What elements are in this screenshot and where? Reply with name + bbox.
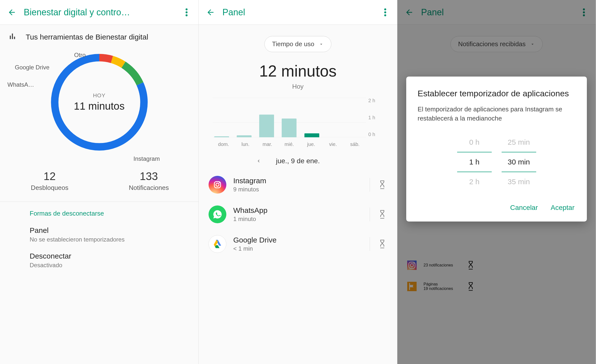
app-name: Google Drive xyxy=(233,236,363,244)
weekly-bar-chart[interactable]: 2 h 1 h 0 h dom.lun.mar.mié.jue.vie.sáb. xyxy=(213,98,383,147)
prev-day-button[interactable] xyxy=(256,158,261,164)
timer-button[interactable] xyxy=(378,180,387,189)
donut-label-instagram: Instagram xyxy=(133,155,160,162)
donut-today-label: HOY xyxy=(74,92,125,99)
y-tick: 0 h xyxy=(368,132,383,137)
app-row[interactable]: Instagram9 minutos xyxy=(199,170,397,200)
app-row[interactable]: Google Drive< 1 min xyxy=(199,229,397,259)
notifs-value: 133 xyxy=(99,170,199,182)
item-disconnect-title: Desconectar xyxy=(30,252,190,260)
hours-picker[interactable]: 0 h 1 h 2 h xyxy=(457,133,492,191)
svg-point-7 xyxy=(384,8,386,10)
timer-dialog: Establecer temporizador de aplicaciones … xyxy=(406,77,587,222)
unlocks-value: 12 xyxy=(0,170,99,182)
item-panel-subtitle: No se establecieron temporizadores xyxy=(30,236,190,243)
donut-label-otro: Otro xyxy=(74,52,86,59)
y-axis: 2 h 1 h 0 h xyxy=(368,98,383,137)
stat-notifications[interactable]: 133 Notificaciones xyxy=(99,170,199,192)
back-button[interactable] xyxy=(206,7,215,17)
divider xyxy=(370,237,370,251)
donut-today-value: 11 minutos xyxy=(74,100,125,112)
svg-point-9 xyxy=(384,14,386,16)
section-header: Tus herramientas de Bienestar digital xyxy=(0,25,198,44)
chevron-left-icon xyxy=(256,158,261,164)
appbar-title: Bienestar digital y contro… xyxy=(24,7,182,18)
more-vert-icon xyxy=(384,8,386,17)
y-tick: 2 h xyxy=(368,98,383,103)
overflow-menu[interactable] xyxy=(182,7,192,17)
app-name: Instagram xyxy=(233,177,363,185)
stats-row: 12 Desbloqueos 133 Notificaciones xyxy=(0,170,198,192)
back-button[interactable] xyxy=(7,7,17,17)
unlocks-label: Desbloqueos xyxy=(0,184,99,192)
bar-label: lun. xyxy=(234,142,256,147)
appbar-title: Panel xyxy=(222,7,380,18)
svg-point-0 xyxy=(186,8,188,10)
bar-label: mié. xyxy=(278,142,300,147)
current-date: jue., 9 de ene. xyxy=(276,157,320,165)
dropdown-icon xyxy=(319,42,324,47)
bar-chart-icon xyxy=(8,32,18,40)
minutes-picker[interactable]: 25 min 30 min 35 min xyxy=(502,133,536,191)
donut-label-whatsapp: WhatsA… xyxy=(7,81,34,88)
timer-button[interactable] xyxy=(378,210,387,219)
bar-dom.[interactable] xyxy=(214,136,229,137)
bar-mié.[interactable] xyxy=(282,119,297,137)
drive-icon xyxy=(209,235,226,253)
screen-panel: Panel Tiempo de uso 12 minutos Hoy 2 h 1… xyxy=(199,0,397,364)
metric-selector-chip[interactable]: Tiempo de uso xyxy=(264,36,331,52)
notifs-label: Notificaciones xyxy=(99,184,199,192)
bar-mar.[interactable] xyxy=(259,115,274,137)
page-heading: Tus herramientas de Bienestar digital xyxy=(26,32,148,42)
divider xyxy=(370,178,370,192)
picker-option-selected[interactable]: 1 h xyxy=(457,152,492,172)
app-detail: < 1 min xyxy=(233,245,363,252)
dialog-body: El temporizador de aplicaciones para Ins… xyxy=(418,105,575,123)
bar-label: jue. xyxy=(300,142,322,147)
bar-label: vie. xyxy=(322,142,344,147)
picker-option[interactable]: 35 min xyxy=(502,172,536,191)
svg-point-11 xyxy=(216,183,219,186)
donut-center: HOY 11 minutos xyxy=(74,92,125,112)
hourglass-icon xyxy=(378,180,386,189)
app-row[interactable]: WhatsApp1 minuto xyxy=(199,200,397,229)
bar-lun.[interactable] xyxy=(237,135,252,137)
bar-jue.[interactable] xyxy=(304,133,319,137)
svg-point-12 xyxy=(219,182,220,183)
screen-timer-dialog: Panel Notificaciones recibidas 23 notifi… xyxy=(397,0,596,364)
subhead-disconnect: Formas de desconectarse xyxy=(0,202,198,222)
svg-point-1 xyxy=(186,11,188,13)
accept-button[interactable]: Aceptar xyxy=(550,201,576,214)
item-panel-title: Panel xyxy=(30,226,190,235)
today-label: Hoy xyxy=(199,83,397,90)
divider xyxy=(370,207,370,221)
bar-label: dom. xyxy=(213,142,235,147)
cancel-button[interactable]: Cancelar xyxy=(509,201,539,214)
svg-point-8 xyxy=(384,11,386,13)
donut-label-drive: Google Drive xyxy=(15,64,49,71)
picker-option[interactable]: 25 min xyxy=(502,133,536,152)
app-detail: 1 minuto xyxy=(233,216,363,222)
picker-option[interactable]: 2 h xyxy=(457,172,492,191)
chip-label: Tiempo de uso xyxy=(272,40,314,48)
total-time: 12 minutos xyxy=(199,62,397,80)
arrow-back-icon xyxy=(7,8,16,17)
picker-option-selected[interactable]: 30 min xyxy=(502,152,536,172)
dialog-actions: Cancelar Aceptar xyxy=(418,201,575,214)
app-detail: 9 minutos xyxy=(233,186,363,193)
item-disconnect-subtitle: Desactivado xyxy=(30,262,190,269)
picker-option[interactable]: 0 h xyxy=(457,133,492,152)
item-panel[interactable]: Panel No se establecieron temporizadores xyxy=(0,222,198,247)
usage-donut-chart[interactable]: HOY 11 minutos xyxy=(46,49,152,155)
stat-unlocks[interactable]: 12 Desbloqueos xyxy=(0,170,99,192)
hourglass-icon xyxy=(378,239,386,249)
hourglass-icon xyxy=(378,210,386,219)
overflow-menu[interactable] xyxy=(380,7,390,17)
item-disconnect[interactable]: Desconectar Desactivado xyxy=(0,247,198,273)
timer-button[interactable] xyxy=(378,239,387,249)
y-tick: 1 h xyxy=(368,115,383,121)
appbar: Panel xyxy=(199,0,397,25)
time-picker[interactable]: 0 h 1 h 2 h 25 min 30 min 35 min xyxy=(418,133,575,191)
svg-point-2 xyxy=(186,14,188,16)
app-name: WhatsApp xyxy=(233,206,363,215)
